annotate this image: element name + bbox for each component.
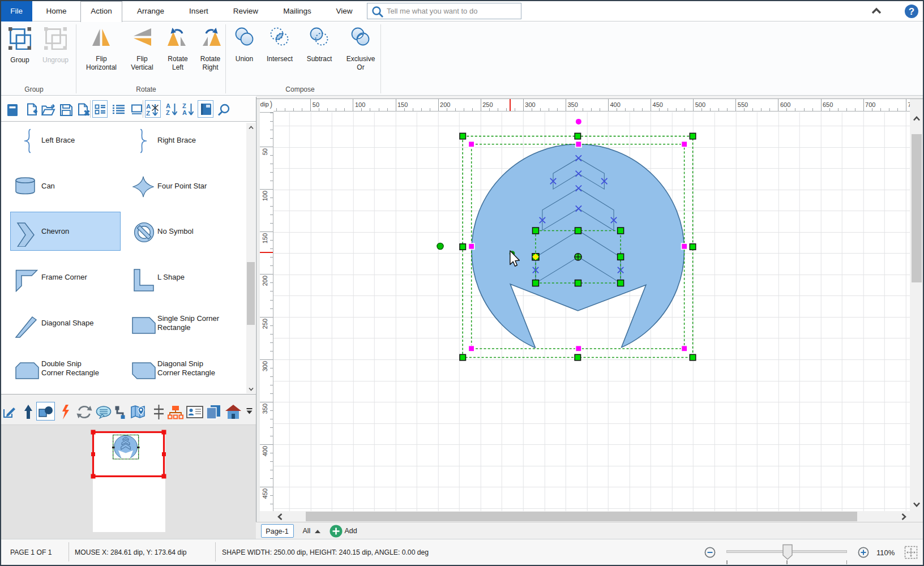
svg-text:A: A bbox=[146, 103, 151, 110]
svg-text:?: ? bbox=[909, 6, 914, 17]
svg-text:Z: Z bbox=[146, 110, 150, 117]
svg-text:Z: Z bbox=[166, 109, 170, 116]
svg-text:A: A bbox=[182, 109, 187, 116]
svg-text:Z: Z bbox=[182, 102, 186, 109]
svg-text:A: A bbox=[166, 102, 170, 109]
